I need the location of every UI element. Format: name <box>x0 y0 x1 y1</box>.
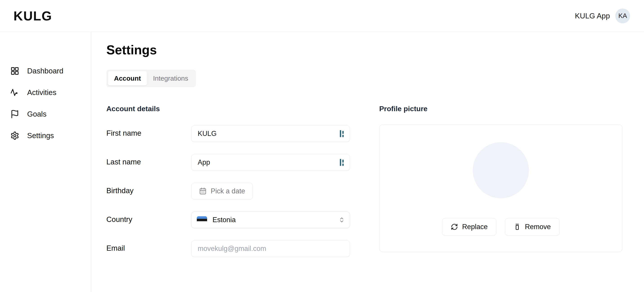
profile-picture-card: Replace Remove <box>379 124 622 252</box>
pick-a-date-label: Pick a date <box>211 187 245 195</box>
remove-button-label: Remove <box>525 223 551 231</box>
kulg-logo: KULG <box>14 8 52 23</box>
chevrons-up-down-icon <box>338 217 345 223</box>
last-name-field[interactable] <box>191 154 350 171</box>
replace-button-label: Replace <box>462 223 488 231</box>
remove-button[interactable]: Remove <box>505 218 560 236</box>
account-details-section: Account details First name <box>106 105 350 269</box>
header-account-area: KULG App KA <box>575 9 630 23</box>
first-name-field[interactable] <box>191 125 350 142</box>
main-content: Settings Account Integrations Account de… <box>91 32 644 292</box>
account-details-heading: Account details <box>106 105 350 113</box>
sidebar-item-settings[interactable]: Settings <box>10 130 91 141</box>
sidebar-item-goals[interactable]: Goals <box>10 109 91 120</box>
activity-pulse-icon <box>10 88 19 97</box>
country-selected-value: Estonia <box>212 216 333 224</box>
page-title: Settings <box>106 43 644 58</box>
top-header: KULG KULG App KA <box>0 0 644 32</box>
country-row: Country Estonia <box>106 212 350 228</box>
autofill-bars-icon[interactable] <box>339 158 345 166</box>
sidebar-label: Goals <box>27 110 46 118</box>
tab-account[interactable]: Account <box>108 71 147 86</box>
trash-icon <box>514 223 521 230</box>
first-name-row: First name <box>106 125 350 142</box>
sidebar-label: Activities <box>27 88 56 97</box>
calendar-icon <box>199 187 207 195</box>
email-label: Email <box>106 240 191 257</box>
autofill-bars-icon[interactable] <box>339 130 345 138</box>
email-control <box>191 240 350 257</box>
gear-icon <box>10 131 19 140</box>
country-label: Country <box>106 212 191 228</box>
profile-picture-heading: Profile picture <box>379 105 622 113</box>
tab-integrations[interactable]: Integrations <box>147 71 194 86</box>
flag-icon <box>10 110 19 119</box>
avatar-initials: KA <box>618 12 627 20</box>
estonia-flag-icon <box>197 216 207 224</box>
email-field[interactable] <box>191 240 350 257</box>
account-name-label: KULG App <box>575 12 610 20</box>
birthday-row: Birthday Pick a date <box>106 183 350 199</box>
country-control: Estonia <box>191 212 350 228</box>
refresh-icon <box>451 223 458 230</box>
birthday-control: Pick a date <box>191 183 350 199</box>
country-select[interactable]: Estonia <box>191 212 350 228</box>
replace-button[interactable]: Replace <box>442 218 496 236</box>
birthday-label: Birthday <box>106 183 191 199</box>
last-name-control <box>191 154 350 171</box>
profile-picture-placeholder <box>473 142 529 198</box>
sidebar-label: Dashboard <box>27 67 63 75</box>
sidebar-item-dashboard[interactable]: Dashboard <box>10 66 91 76</box>
email-row: Email <box>106 240 350 257</box>
sidebar-item-activities[interactable]: Activities <box>10 87 91 98</box>
profile-picture-section: Profile picture Replace <box>379 105 622 269</box>
last-name-row: Last name <box>106 154 350 171</box>
settings-tablist: Account Integrations <box>106 70 196 87</box>
profile-picture-actions: Replace Remove <box>442 218 560 236</box>
pick-a-date-button[interactable]: Pick a date <box>191 183 253 199</box>
last-name-label: Last name <box>106 154 191 171</box>
sidebar-label: Settings <box>27 131 54 140</box>
avatar[interactable]: KA <box>615 9 630 23</box>
first-name-control <box>191 125 350 142</box>
settings-content: Account details First name <box>106 105 644 269</box>
dashboard-grid-icon <box>10 67 19 76</box>
app-layout: Dashboard Activities Goals <box>0 32 644 292</box>
sidebar: Dashboard Activities Goals <box>0 32 91 292</box>
first-name-label: First name <box>106 125 191 142</box>
